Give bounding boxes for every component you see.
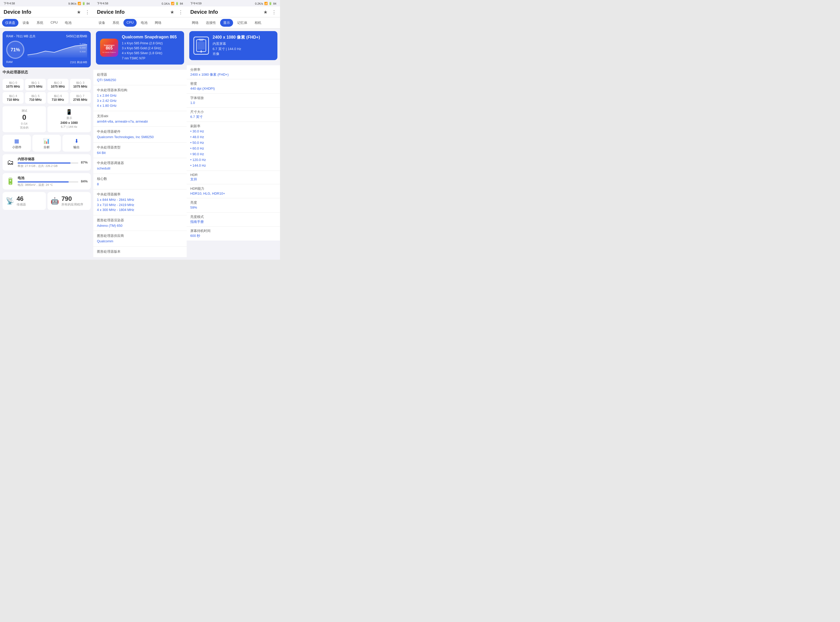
- tab-network-3[interactable]: 网络: [189, 19, 202, 27]
- analyze-icon: 📊: [43, 138, 50, 144]
- app-title-3: Device Info: [190, 9, 218, 15]
- battery-title: 电池: [18, 176, 78, 180]
- analyze-button[interactable]: 📊 分析: [32, 135, 61, 152]
- widget-icon: ▦: [14, 138, 19, 144]
- network-speed-2: 0.1K/s: [162, 2, 170, 5]
- phone-icon-big: [193, 37, 209, 55]
- content-2: Snapdragon 865 5G Mobile Platform Qualco…: [93, 29, 187, 260]
- di-brightness: 亮度 59%: [187, 198, 280, 212]
- di-hdr-cap: HDR能力 HDR10, HLG, HDR10+: [187, 184, 280, 198]
- snapdragon-logo: Snapdragon 865 5G Mobile Platform: [100, 39, 118, 57]
- di-size: 尺寸大小 6.7 英寸: [187, 108, 280, 122]
- battery-level-2: 84: [180, 2, 183, 5]
- storage-pct: 87%: [81, 160, 88, 164]
- tab-system[interactable]: 系统: [34, 19, 46, 27]
- network-speed-3: 0.2K/s: [255, 2, 263, 5]
- di-resolution: 分辨率 2400 x 1080 像素 (FHD+): [187, 65, 280, 79]
- tab-dashboard[interactable]: 仪表盘: [2, 19, 18, 27]
- star-icon-3[interactable]: ★: [263, 9, 267, 15]
- tab-bar-3: 网络 连接性 显示 记忆体 相机: [187, 17, 280, 29]
- more-icon-1[interactable]: ⋮: [85, 9, 90, 15]
- apps-label: 所有的应用程序: [61, 203, 83, 207]
- signal-icons-2: 📶 🔋: [171, 2, 179, 5]
- star-icon-1[interactable]: ★: [77, 9, 81, 15]
- export-icon: ⬇: [75, 138, 79, 144]
- app-header-2: Device Info ★ ⋮: [93, 6, 187, 17]
- di-refresh: 刷新率 30.0 Hz 48.0 Hz 50.0 Hz 60.0 Hz 90.0…: [187, 122, 280, 171]
- star-icon-2[interactable]: ★: [170, 9, 174, 15]
- tab-device[interactable]: 设备: [20, 19, 32, 27]
- di-standby: 屏幕待机时间 600 秒: [187, 227, 280, 241]
- svg-text:5G Mobile Platform: 5G Mobile Platform: [102, 52, 116, 53]
- test-card: 测试 0 0 /14 完全的: [3, 106, 46, 132]
- widget-button[interactable]: ▦ 小部件: [3, 135, 31, 152]
- info-hardware: 中央处理器硬件 Qualcomm Technologies, Inc SM825…: [93, 127, 187, 143]
- status-bar-2: 下午4:58 0.1K/s 📶 🔋 84: [93, 0, 187, 6]
- cpu-brand: Qualcomm Snapdragon 865: [122, 35, 177, 40]
- signal-icons-1: 📶 🔋: [78, 2, 86, 5]
- cpu-info-sections: 处理器 QTI SM8250 中央处理器体系结构 1 x 2.84 GHz3 x…: [93, 70, 187, 257]
- tab-cpu-1[interactable]: CPU: [47, 19, 61, 27]
- tab-memory[interactable]: 记忆体: [234, 19, 250, 27]
- svg-rect-11: [197, 42, 205, 49]
- tab-camera[interactable]: 相机: [252, 19, 264, 27]
- metrics-row: 测试 0 0 /14 完全的 📱 显示 2400 x 1080 6.7" | 1…: [3, 106, 91, 132]
- di-brightness-mode: 亮度模式 指南手册: [187, 212, 280, 227]
- cpu-cores-grid: 核心 0 1075 MHz 核心 1 1075 MHz 核心 2 1075 MH…: [3, 79, 91, 104]
- info-gpu-renderer: 图形处理器渲染器 Adreno (TM) 650: [93, 215, 187, 231]
- app-header-1: Device Info ★ ⋮: [0, 6, 93, 17]
- tab-display[interactable]: 显示: [220, 19, 233, 27]
- more-icon-3[interactable]: ⋮: [272, 9, 276, 15]
- ram-chart: 5,450 5,440 5,430: [27, 42, 87, 58]
- sensors-icon: 📡: [6, 197, 14, 205]
- cpu-core-5: 核心 5 710 MHz: [25, 92, 46, 104]
- display-mini-card: 📱 显示 2400 x 1080 6.7" | 144 Hz: [47, 106, 91, 132]
- battery-sub: 电压: 3895mV，温度: 24 °C: [18, 183, 78, 187]
- app-title-2: Device Info: [97, 9, 125, 15]
- display-detail-card: 2400 x 1080 像素 (FHD+) 内置屏幕 6.7 英寸 | 144.…: [189, 31, 277, 60]
- ram-label-bottom: RAM: [6, 60, 12, 64]
- di-font-scale: 字体缩放 1.0: [187, 93, 280, 108]
- tab-system-2[interactable]: 系统: [109, 19, 122, 27]
- tab-bar-2: 设备 系统 CPU 电池 网络: [93, 17, 187, 29]
- tab-network-2[interactable]: 网络: [152, 19, 165, 27]
- cpu-core-0: 核心 0 1075 MHz: [3, 79, 24, 90]
- actions-row: ▦ 小部件 📊 分析 ⬇ 输出: [3, 135, 91, 152]
- status-bar-1: 下午4:58 9.9K/s 📶 🔋 84: [0, 0, 93, 6]
- app-title-1: Device Info: [4, 9, 31, 15]
- snapdragon-wrapper: Snapdragon 865 5G Mobile Platform Qualco…: [93, 31, 187, 67]
- tab-battery-2[interactable]: 电池: [137, 19, 151, 27]
- more-icon-2[interactable]: ⋮: [179, 9, 183, 15]
- status-bar-3: 下午4:59 0.2K/s 📶 🔋 84: [187, 0, 280, 6]
- cpu-core-3: 核心 3 1075 MHz: [70, 79, 91, 90]
- battery-level-3: 84: [273, 2, 276, 5]
- tab-cpu-2[interactable]: CPU: [124, 19, 137, 27]
- tab-battery-1[interactable]: 电池: [62, 19, 75, 27]
- display-type: 内置屏幕: [212, 41, 260, 46]
- svg-text:865: 865: [106, 46, 113, 50]
- signal-icons-3: 📶 🔋: [264, 2, 272, 5]
- info-freq: 中央处理器频率 1 x 844 MHz - 2841 MHz3 x 710 MH…: [93, 189, 187, 215]
- storage-content: 内部存储器 释放: 27.9 GB，总共: 226.2 GB: [18, 157, 78, 168]
- export-button[interactable]: ⬇ 输出: [63, 135, 91, 152]
- cpu-detail-info: Qualcomm Snapdragon 865 1 x Kryo 585 Pri…: [122, 35, 177, 61]
- svg-point-10: [201, 50, 202, 51]
- cpu-core-7: 核心 7 2745 MHz: [70, 92, 91, 104]
- widget-label: 小部件: [12, 145, 21, 149]
- battery-pct: 84%: [81, 179, 88, 183]
- info-gpu-vendor: 图形处理器供应商 Qualcomm: [93, 231, 187, 247]
- tab-device-2[interactable]: 设备: [95, 19, 108, 27]
- cpu-section-header: 中央处理器状态: [3, 70, 91, 76]
- di-density: 密度 440 dpi (XHDPI): [187, 79, 280, 93]
- ram-label: RAM - 7611 MB 总共: [6, 34, 35, 39]
- panel-3: 下午4:59 0.2K/s 📶 🔋 84 Device Info ★ ⋮ 网络 …: [187, 0, 280, 260]
- battery-content: 电池 电压: 3895mV，温度: 24 °C: [18, 176, 78, 187]
- cpu-core-1: 核心 1 1075 MHz: [25, 79, 46, 90]
- ram-remaining: 2161 剩余MB: [70, 60, 87, 64]
- tab-connectivity[interactable]: 连接性: [203, 19, 219, 27]
- ram-card: RAM - 7611 MB 总共 5450已使用MB 71%: [3, 31, 91, 67]
- cpu-core-4: 核心 4 710 MHz: [3, 92, 24, 104]
- display-size-hz: 6.7 英寸 | 144.0 Hz: [212, 46, 260, 52]
- panel-1: 下午4:58 9.9K/s 📶 🔋 84 Device Info ★ ⋮ 仪表盘…: [0, 0, 93, 260]
- network-speed-1: 9.9K/s: [69, 2, 76, 5]
